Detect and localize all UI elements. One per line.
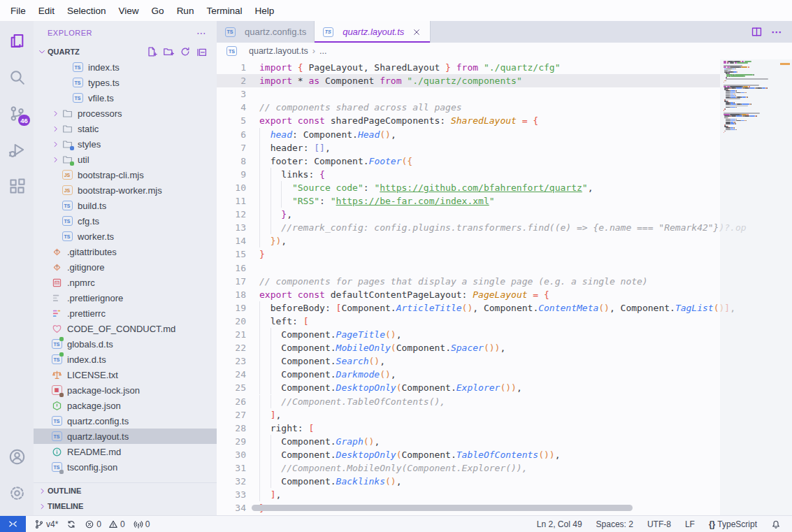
code-line-28[interactable]: 28 right: [ <box>217 422 792 435</box>
tree-item-CODE_OF_CONDUCT.md[interactable]: CODE_OF_CONDUCT.md <box>34 321 217 336</box>
code-line-26[interactable]: 26 //Component.TableOfContents(), <box>217 395 792 408</box>
code-line-8[interactable]: 8 footer: Component.Footer({ <box>217 154 792 168</box>
code-line-14[interactable]: 14 }), <box>217 234 792 247</box>
tree-item-index.ts[interactable]: TSindex.ts <box>34 59 217 75</box>
new-folder-icon[interactable] <box>163 46 175 58</box>
tree-item-README.md[interactable]: README.md <box>34 444 217 459</box>
remote-indicator[interactable] <box>0 516 26 532</box>
tree-item-tsconfig.json[interactable]: TStsconfig.json <box>34 459 217 475</box>
tree-item-worker.ts[interactable]: TSworker.ts <box>34 229 217 244</box>
breadcrumb[interactable]: TS quartz.layout.ts › ... <box>217 43 792 59</box>
code-line-27[interactable]: 27 ], <box>217 408 792 422</box>
status-language-mode[interactable]: {} TypeScript <box>705 519 761 529</box>
code-line-15[interactable]: 15} <box>217 247 792 261</box>
status-cursor-position[interactable]: Ln 2, Col 49 <box>533 519 586 529</box>
menu-file[interactable]: File <box>4 3 32 18</box>
code-line-23[interactable]: 23 Component.Search(), <box>217 354 792 368</box>
code-line-10[interactable]: 10 "Source code": "https://github.com/bf… <box>217 181 792 194</box>
status-eol[interactable]: LF <box>681 519 699 529</box>
code-line-9[interactable]: 9 links: { <box>217 168 792 181</box>
code-line-20[interactable]: 20 left: [ <box>217 315 792 328</box>
tab-quartz.config.ts[interactable]: TSquartz.config.ts <box>217 21 315 43</box>
code-line-32[interactable]: 32 Component.Backlinks(), <box>217 475 792 488</box>
code-line-29[interactable]: 29 Component.Graph(), <box>217 435 792 448</box>
tab-quartz.layout.ts[interactable]: TSquartz.layout.ts <box>315 21 431 43</box>
menu-edit[interactable]: Edit <box>32 3 61 18</box>
status-notifications[interactable] <box>767 519 785 529</box>
code-line-7[interactable]: 7 header: [], <box>217 141 792 154</box>
status-ports[interactable]: 0 <box>129 519 154 529</box>
activitybar-search[interactable] <box>3 63 31 91</box>
status-encoding[interactable]: UTF-8 <box>643 519 675 529</box>
code-line-3[interactable]: 3 <box>217 87 792 101</box>
status-sync[interactable] <box>62 519 80 529</box>
tree-item-package.json[interactable]: package.json <box>34 398 217 413</box>
code-line-21[interactable]: 21 Component.PageTitle(), <box>217 328 792 341</box>
status-problems[interactable]: 00 <box>80 519 129 529</box>
tree-item-cfg.ts[interactable]: TScfg.ts <box>34 213 217 229</box>
code-editor[interactable]: 1import { PageLayout, SharedLayout } fro… <box>217 59 792 515</box>
code-line-1[interactable]: 1import { PageLayout, SharedLayout } fro… <box>217 61 792 74</box>
code-line-2[interactable]: 2import * as Component from "./quartz/co… <box>217 74 792 87</box>
tree-item-static[interactable]: static <box>34 121 217 136</box>
tree-item-index.d.ts[interactable]: TSindex.d.ts <box>34 352 217 367</box>
code-line-6[interactable]: 6 head: Component.Head(), <box>217 128 792 141</box>
code-line-22[interactable]: 22 Component.MobileOnly(Component.Spacer… <box>217 341 792 354</box>
tree-item-.gitattributes[interactable]: .gitattributes <box>34 244 217 259</box>
code-line-31[interactable]: 31 //Component.MobileOnly(Component.Expl… <box>217 461 792 475</box>
tree-item-quartz.config.ts[interactable]: TSquartz.config.ts <box>34 413 217 429</box>
tree-item-bootstrap-worker.mjs[interactable]: JSbootstrap-worker.mjs <box>34 182 217 198</box>
menu-run[interactable]: Run <box>171 3 201 18</box>
code-line-18[interactable]: 18export const defaultContentPageLayout:… <box>217 288 792 301</box>
split-editor-icon[interactable] <box>751 26 763 38</box>
status-indentation[interactable]: Spaces: 2 <box>592 519 638 529</box>
tree-item-.gitignore[interactable]: .gitignore <box>34 259 217 275</box>
tree-item-quartz.layout.ts[interactable]: TSquartz.layout.ts <box>34 429 217 444</box>
menu-terminal[interactable]: Terminal <box>200 3 248 18</box>
tree-item-.prettierignore[interactable]: .prettierignore <box>34 290 217 305</box>
tree-item-styles[interactable]: styles <box>34 136 217 152</box>
sidebar-section-outline[interactable]: OUTLINE <box>34 483 217 498</box>
code-line-25[interactable]: 25 Component.DesktopOnly(Component.Explo… <box>217 381 792 394</box>
menu-go[interactable]: Go <box>145 3 171 18</box>
menu-selection[interactable]: Selection <box>61 3 113 18</box>
code-line-24[interactable]: 24 Component.Darkmode(), <box>217 368 792 381</box>
code-line-17[interactable]: 17// components for pages that display a… <box>217 275 792 288</box>
tree-item-types.ts[interactable]: TStypes.ts <box>34 75 217 90</box>
more-actions-icon[interactable]: ⋯ <box>196 27 207 38</box>
editor-more-actions-icon[interactable]: ⋯ <box>771 26 782 38</box>
tree-item-.prettierrc[interactable]: .prettierrc <box>34 305 217 321</box>
code-line-30[interactable]: 30 Component.DesktopOnly(Component.Table… <box>217 448 792 461</box>
close-icon[interactable] <box>411 27 422 38</box>
code-line-11[interactable]: 11 "RSS": "https://be-far.com/index.xml" <box>217 194 792 208</box>
horizontal-scrollbar[interactable] <box>252 505 633 511</box>
tree-item-globals.d.ts[interactable]: TSglobals.d.ts <box>34 336 217 352</box>
tree-item-build.ts[interactable]: TSbuild.ts <box>34 198 217 213</box>
tree-item-.npmrc[interactable]: .npmrc <box>34 275 217 290</box>
tree-item-util[interactable]: util <box>34 152 217 167</box>
activitybar-source-control[interactable]: 46 <box>3 99 31 127</box>
minimap[interactable] <box>720 59 792 515</box>
menu-view[interactable]: View <box>113 3 145 18</box>
collapse-all-icon[interactable] <box>196 46 208 58</box>
activitybar-settings[interactable] <box>3 479 31 507</box>
code-line-19[interactable]: 19 beforeBody: [Component.ArticleTitle()… <box>217 301 792 315</box>
new-file-icon[interactable] <box>146 46 158 58</box>
code-line-33[interactable]: 33 ], <box>217 488 792 501</box>
tree-item-processors[interactable]: processors <box>34 106 217 121</box>
code-line-12[interactable]: 12 }, <box>217 208 792 221</box>
status-git-branch[interactable]: v4* <box>30 519 62 529</box>
activitybar-run-and-debug[interactable] <box>3 136 31 164</box>
sidebar-section-timeline[interactable]: TIMELINE <box>34 498 217 514</box>
activitybar-account[interactable] <box>3 443 31 470</box>
tree-item-LICENSE.txt[interactable]: LICENSE.txt <box>34 367 217 382</box>
activitybar-extensions[interactable] <box>3 172 31 200</box>
menu-help[interactable]: Help <box>248 3 280 18</box>
tree-item-vfile.ts[interactable]: TSvfile.ts <box>34 90 217 106</box>
project-section-header[interactable]: QUARTZ <box>34 44 217 59</box>
tree-item-bootstrap-cli.mjs[interactable]: JSbootstrap-cli.mjs <box>34 167 217 182</box>
code-line-5[interactable]: 5export const sharedPageComponents: Shar… <box>217 114 792 127</box>
activitybar-explorer[interactable] <box>3 27 31 55</box>
tree-item-package-lock.json[interactable]: ▦package-lock.json <box>34 382 217 398</box>
code-line-16[interactable]: 16 <box>217 261 792 275</box>
